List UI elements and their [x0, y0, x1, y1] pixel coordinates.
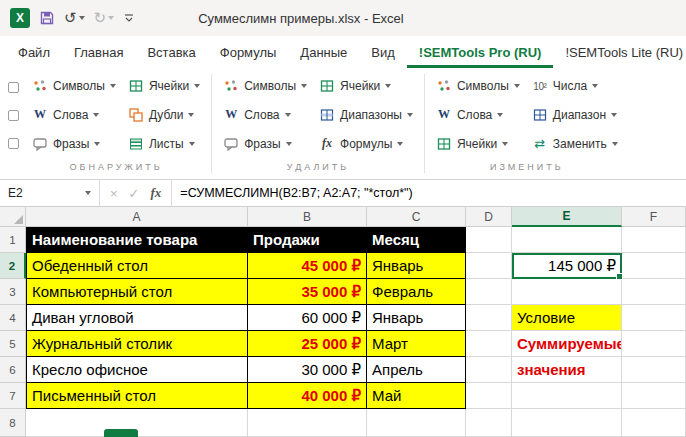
cell-D3[interactable]: [466, 279, 512, 305]
row-header-3[interactable]: 3: [0, 279, 26, 305]
cell-C8[interactable]: [367, 409, 466, 437]
col-header-e[interactable]: E: [512, 207, 622, 227]
cell-C5[interactable]: Март: [367, 331, 466, 357]
cell-A1[interactable]: Наименование товара: [26, 227, 248, 253]
cell-A2[interactable]: Обеденный стол: [26, 253, 248, 279]
cell-D5[interactable]: [466, 331, 512, 357]
cell-F2[interactable]: [622, 253, 686, 279]
cell-D6[interactable]: [466, 357, 512, 383]
select-all-corner[interactable]: [0, 207, 26, 227]
detect-sheets-button[interactable]: Листы: [124, 134, 204, 153]
col-header-c[interactable]: C: [367, 207, 466, 227]
delete-ranges-button[interactable]: Диапазоны: [315, 105, 417, 124]
tab-semtools-lite[interactable]: !SEMTools Lite (RU): [553, 36, 686, 68]
cell-C1[interactable]: Месяц: [367, 227, 466, 253]
cell-A4[interactable]: Диван угловой: [26, 305, 248, 331]
cell-B1[interactable]: Продажи: [248, 227, 367, 253]
cell-F8[interactable]: [622, 409, 686, 437]
col-header-d[interactable]: D: [466, 207, 512, 227]
cell-F3[interactable]: [622, 279, 686, 305]
active-sheet-tab[interactable]: [104, 429, 138, 437]
cell-D2[interactable]: [466, 253, 512, 279]
change-words-button[interactable]: W Слова: [432, 105, 524, 124]
detect-symbols-button[interactable]: Символы: [28, 77, 120, 96]
change-cells-button[interactable]: Ячейки: [432, 134, 524, 153]
delete-symbols-button[interactable]: Символы: [219, 77, 311, 96]
enter-icon[interactable]: ✓: [129, 186, 140, 201]
cell-D7[interactable]: [466, 383, 512, 409]
cell-E2-selected[interactable]: 145 000 ₽: [512, 253, 622, 279]
change-replace-button[interactable]: ⇄ Заменить: [528, 134, 622, 153]
cell-D4[interactable]: [466, 305, 512, 331]
ribbon-checkbox[interactable]: [8, 110, 19, 121]
formula-input[interactable]: =СУММЕСЛИМН(B2:B7; A2:A7; "*стол*"): [172, 180, 686, 206]
cell-B4[interactable]: 60 000 ₽: [248, 305, 367, 331]
cell-B2[interactable]: 45 000 ₽: [248, 253, 367, 279]
cell-B7[interactable]: 40 000 ₽: [248, 383, 367, 409]
cell-C6[interactable]: Апрель: [367, 357, 466, 383]
ribbon-checkbox[interactable]: [8, 138, 19, 149]
cell-B8[interactable]: [248, 409, 367, 437]
col-header-f[interactable]: F: [622, 207, 686, 227]
insert-function-icon[interactable]: fx: [151, 185, 162, 201]
cell-E1[interactable]: [512, 227, 622, 253]
detect-phrases-button[interactable]: Фразы: [28, 134, 120, 153]
delete-words-button[interactable]: W Слова: [219, 105, 311, 124]
tab-view[interactable]: Вид: [359, 36, 407, 68]
cell-C2[interactable]: Январь: [367, 253, 466, 279]
tab-data[interactable]: Данные: [288, 36, 359, 68]
excel-logo-icon[interactable]: X: [10, 8, 30, 28]
tab-formulas[interactable]: Формулы: [208, 36, 289, 68]
change-numbers-button[interactable]: 10² Числа: [528, 77, 622, 96]
cell-F6[interactable]: [622, 357, 686, 383]
cell-B6[interactable]: 30 000 ₽: [248, 357, 367, 383]
ribbon-checkbox[interactable]: [8, 82, 19, 93]
customize-quick-access-toolbar-button[interactable]: [123, 12, 135, 24]
save-button[interactable]: [39, 10, 55, 26]
row-header-4[interactable]: 4: [0, 305, 26, 331]
cell-B3[interactable]: 35 000 ₽: [248, 279, 367, 305]
undo-button[interactable]: ↺: [64, 9, 85, 27]
cell-B5[interactable]: 25 000 ₽: [248, 331, 367, 357]
redo-button[interactable]: ↻: [94, 9, 115, 27]
cell-D8[interactable]: [466, 409, 512, 437]
cell-E6[interactable]: значения: [512, 357, 622, 383]
cell-F7[interactable]: [622, 383, 686, 409]
row-header-6[interactable]: 6: [0, 357, 26, 383]
detect-duplicates-button[interactable]: Дубли: [124, 105, 204, 124]
detect-cells-button[interactable]: Ячейки: [124, 77, 204, 96]
col-header-a[interactable]: A: [26, 207, 248, 227]
tab-semtools-pro[interactable]: !SEMTools Pro (RU): [407, 36, 554, 68]
cell-E5[interactable]: Суммируемые: [512, 331, 622, 357]
name-box[interactable]: E2: [0, 180, 100, 206]
cell-E4[interactable]: Условие: [512, 305, 622, 331]
cell-C4[interactable]: Январь: [367, 305, 466, 331]
cell-A6[interactable]: Кресло офисное: [26, 357, 248, 383]
tab-insert[interactable]: Вставка: [135, 36, 207, 68]
cell-A3[interactable]: Компьютерный стол: [26, 279, 248, 305]
row-header-5[interactable]: 5: [0, 331, 26, 357]
cell-F1[interactable]: [622, 227, 686, 253]
col-header-b[interactable]: B: [248, 207, 367, 227]
cell-D1[interactable]: [466, 227, 512, 253]
cell-A5[interactable]: Журнальный столик: [26, 331, 248, 357]
tab-home[interactable]: Главная: [62, 36, 135, 68]
cancel-icon[interactable]: ×: [110, 186, 118, 201]
cell-C7[interactable]: Май: [367, 383, 466, 409]
delete-formulas-button[interactable]: fx Формулы: [315, 134, 417, 153]
cell-F5[interactable]: [622, 331, 686, 357]
row-header-2[interactable]: 2: [0, 253, 26, 279]
cell-A7[interactable]: Письменный стол: [26, 383, 248, 409]
change-symbols-button[interactable]: Символы: [432, 77, 524, 96]
cell-E8[interactable]: [512, 409, 622, 437]
detect-words-button[interactable]: W Слова: [28, 105, 120, 124]
delete-cells-button[interactable]: Ячейки: [315, 77, 417, 96]
cell-C3[interactable]: Февраль: [367, 279, 466, 305]
cell-E7[interactable]: [512, 383, 622, 409]
tab-file[interactable]: Файл: [6, 36, 62, 68]
row-header-1[interactable]: 1: [0, 227, 26, 253]
cell-E3[interactable]: [512, 279, 622, 305]
delete-phrases-button[interactable]: Фразы: [219, 134, 311, 153]
change-range-button[interactable]: Диапазон: [528, 105, 622, 124]
row-header-7[interactable]: 7: [0, 383, 26, 409]
